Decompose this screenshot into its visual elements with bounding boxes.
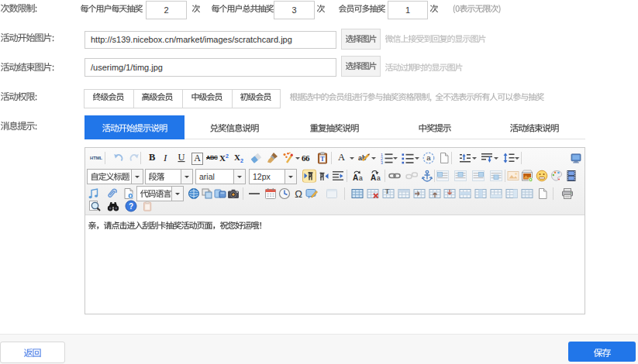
svg-text:T: T: [320, 156, 325, 163]
svg-text:A: A: [353, 173, 358, 182]
svg-text:a: a: [377, 174, 381, 182]
svg-text:?: ?: [129, 202, 133, 211]
svg-text:a: a: [426, 153, 431, 162]
svg-text:Ω: Ω: [295, 188, 302, 200]
svg-text:A: A: [371, 173, 376, 182]
svg-text:a: a: [359, 174, 363, 182]
svg-text:T: T: [385, 188, 390, 195]
svg-text:3: 3: [381, 160, 383, 164]
